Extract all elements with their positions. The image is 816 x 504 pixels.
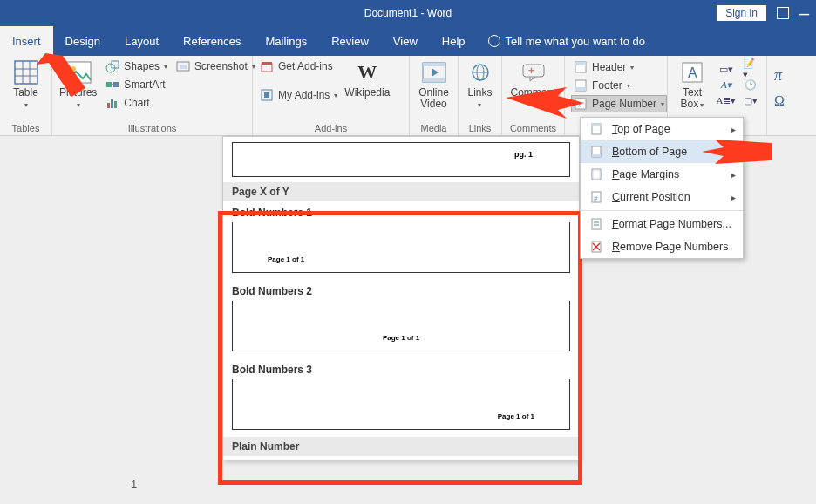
sign-in-button[interactable]: Sign in [717,5,766,21]
menu-remove-page-numbers[interactable]: Remove Page Numbers [581,235,743,258]
shapes-label: Shapes [124,60,160,72]
page-number-gallery[interactable]: pg. 1 ▴ Page X of Y Bold Numbers 1 Page … [222,136,580,460]
screenshot-label: Screenshot [194,60,248,72]
group-media-label: Media [417,121,451,135]
menu-bottom-of-page[interactable]: Bottom of Page ▸ [581,140,743,163]
wordart-button[interactable]: A▾ [718,78,734,91]
date-time-button[interactable]: 🕑 [743,78,758,91]
pictures-button[interactable]: Pictures▾ [59,59,97,110]
menu-page-margins[interactable]: Page Margins ▸ [581,163,743,186]
svg-rect-32 [575,87,586,91]
chart-button[interactable]: Chart [105,96,167,110]
svg-rect-19 [264,92,269,98]
header-button[interactable]: Header▾ [572,59,666,75]
menu-format-page-numbers[interactable]: Format Page Numbers... [581,213,743,235]
drop-cap-button[interactable]: A≣▾ [718,94,734,106]
symbol-button[interactable]: Ω [774,93,786,109]
page-number-button[interactable]: # Page Number▾ [572,96,666,112]
header-icon [574,60,588,74]
svg-point-6 [71,66,76,72]
svg-marker-21 [432,68,439,77]
gallery-preview-current[interactable]: pg. 1 [232,142,570,177]
page-top-icon [589,122,603,136]
pictures-label: Pictures [59,86,97,99]
video-icon [421,59,447,85]
tab-layout[interactable]: Layout [112,26,171,56]
gallery-item-label: Bold Numbers 3 [223,358,579,378]
menu-current-label: urrent Position [620,191,690,203]
menu-top-of-page[interactable]: Top of Page ▸ [581,118,743,140]
gallery-preview-text: pg. 1 [514,150,533,159]
menu-bottom-label: ottom of Page [619,146,687,158]
gallery-item-text: Page 1 of 1 [383,334,419,342]
table-button[interactable]: Table▾ [7,59,44,110]
group-addins-label: Add-ins [260,121,402,135]
tab-design[interactable]: Design [53,26,112,56]
svg-rect-16 [262,64,272,72]
screenshot-button[interactable]: Screenshot▾ [176,59,255,73]
svg-rect-40 [592,154,601,157]
gallery-item-bold-numbers-1[interactable]: Page 1 of 1 [232,222,570,273]
gallery-category-page-x-of-y: Page X of Y [223,182,579,201]
object-button[interactable]: ▢▾ [743,94,758,106]
group-tables-label: Tables [7,121,44,135]
footer-button[interactable]: Footer▾ [572,78,666,93]
gallery-item-bold-numbers-3[interactable]: Page 1 of 1 [232,379,570,430]
signature-button[interactable]: 📝▾ [743,63,758,75]
format-icon [589,217,603,231]
tab-view[interactable]: View [381,26,430,56]
links-button[interactable]: Links▾ [466,59,494,110]
svg-rect-30 [575,62,586,65]
gallery-category-plain-number: Plain Number [223,437,579,456]
minimize-icon[interactable]: – [799,9,809,17]
window-title: Document1 - Word [364,7,452,19]
smartart-button[interactable]: SmartArt [105,78,167,92]
page-bottom-icon [589,145,603,159]
equation-button[interactable]: π [774,66,786,85]
svg-rect-45 [592,219,601,229]
menu-remove-label: emove Page Numbers [620,241,728,253]
get-addins-button[interactable]: Get Add-ins [260,59,337,73]
tab-references[interactable]: References [171,26,253,56]
online-video-label: Online Video [418,87,449,110]
shapes-button[interactable]: Shapes▾ [105,59,167,73]
tab-review[interactable]: Review [319,26,381,56]
tab-mailings[interactable]: Mailings [254,26,320,56]
footer-label: Footer [592,79,622,92]
comment-button[interactable]: + Comment [509,59,557,99]
submenu-arrow-icon: ▸ [731,170,736,180]
svg-rect-12 [111,99,113,108]
addins-icon [260,88,274,102]
restore-window-icon[interactable] [777,7,789,19]
wikipedia-button[interactable]: W Wikipedia [346,59,388,99]
submenu-arrow-icon: ▸ [731,125,736,134]
links-label: Links [467,86,492,99]
comment-icon: + [520,59,547,85]
tell-me-search[interactable]: Tell me what you want to do [478,35,645,48]
textbox-button[interactable]: A Text Box ▾ [675,59,710,110]
chart-icon [105,96,119,110]
ribbon-tabs: Insert Design Layout References Mailings… [0,26,816,56]
svg-text:A: A [688,65,697,80]
quick-parts-button[interactable]: ▭▾ [718,63,734,75]
my-addins-button[interactable]: My Add-ins ▾ [260,88,337,102]
svg-rect-15 [180,65,187,69]
online-video-button[interactable]: Online Video [417,59,451,110]
svg-text:+: + [528,65,534,77]
svg-rect-9 [106,82,112,87]
tab-insert[interactable]: Insert [0,26,53,56]
group-illustrations-label: Illustrations [59,121,245,135]
page-margins-icon [589,167,603,181]
gallery-item-text: Page 1 of 1 [268,255,304,263]
wikipedia-label: Wikipedia [344,87,390,99]
svg-rect-17 [262,62,272,65]
gallery-item-bold-numbers-2[interactable]: Page 1 of 1 [232,301,570,351]
svg-rect-13 [114,101,117,108]
table-label: Table [13,86,38,99]
svg-text:#: # [594,194,598,202]
tab-help[interactable]: Help [430,26,478,56]
link-icon [467,59,493,85]
group-comments-label: Comments [509,121,557,135]
menu-current-position[interactable]: # Current Position ▸ [581,186,743,208]
chart-label: Chart [124,97,149,109]
